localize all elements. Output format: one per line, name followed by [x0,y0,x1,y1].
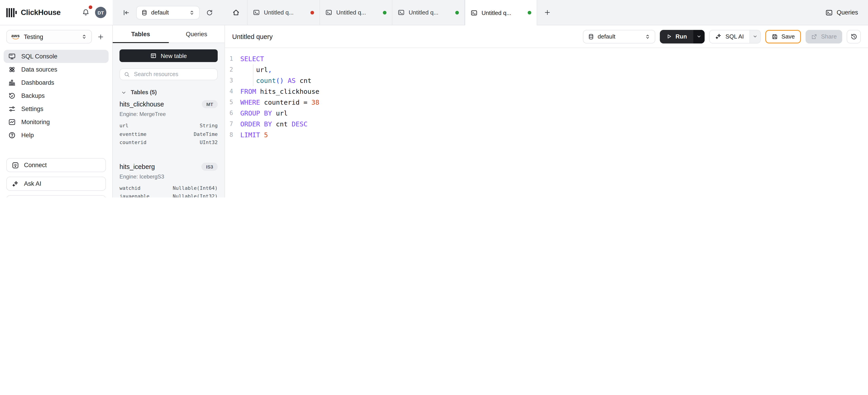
query-database-selector[interactable]: default [583,30,655,43]
terminal-icon [825,9,833,16]
sql-ai-button[interactable]: SQL AI [709,30,761,43]
code-line: 7ORDER BY cnt DESC [225,119,868,130]
query-tab[interactable]: Untitled q... [248,0,320,25]
query-database-value: default [598,33,615,40]
terminal-icon [253,9,260,16]
notifications-bell-icon[interactable] [80,7,91,18]
sidebar-item-help[interactable]: Help [4,129,108,142]
engine-badge: IS3 [202,162,218,171]
query-tab-label: Untitled q... [336,9,379,16]
aws-logo-icon: aws [11,33,20,40]
query-tab[interactable]: Untitled q... [392,0,465,25]
save-label: Save [781,33,795,40]
share-button[interactable]: Share [806,30,842,43]
search-icon [124,72,130,77]
database-selector[interactable]: default [136,6,199,19]
panel-tab-queries[interactable]: Queries [168,25,224,43]
sidebar-item-dashboards[interactable]: Dashboards [4,76,108,89]
table-columns: watchidNullable(Int64)javaenableNullable… [120,184,218,198]
sidebar-item-monitoring[interactable]: Monitoring [4,115,108,129]
column-row: urlString [120,122,218,130]
resource-search-input[interactable] [133,70,213,78]
line-number: 2 [225,64,240,75]
save-icon [771,33,778,40]
sql-editor[interactable]: 1SELECT2 url,3 count() AS cnt4FROM hits_… [225,48,868,198]
query-title[interactable]: Untitled query [232,33,578,40]
sidebar-item-label: Help [21,132,34,139]
clickhouse-logo-icon [6,8,17,17]
chevron-down-icon [752,34,757,39]
sql-ai-label: SQL AI [725,33,744,40]
panel-controls: default [113,0,225,25]
sidebar-item-data-sources[interactable]: Data sources [4,63,108,76]
clickhouse-logo[interactable]: ClickHouse [6,8,61,17]
user-avatar[interactable]: DT [95,7,106,18]
line-number: 3 [225,75,240,86]
workspace-selector[interactable]: aws Testing [6,30,92,44]
terminal-icon [471,9,477,16]
sparkles-icon [12,180,19,187]
new-table-button[interactable]: New table [120,49,218,62]
share-label: Share [821,33,837,40]
backups-icon [8,92,16,100]
sparkles-icon [715,33,722,40]
sidebar: aws Testing SQL ConsoleData sourcesDashb… [0,25,113,198]
sql-ai-caret[interactable] [749,30,760,43]
database-icon [141,9,148,16]
updown-chevron-icon [645,34,650,39]
sidebar-nav: SQL ConsoleData sourcesDashboardsBackups… [0,50,112,142]
table-name[interactable]: hits_clickhouse [120,101,202,108]
query-workarea: Untitled query default Run [225,25,868,198]
run-button[interactable]: Run [660,30,705,43]
run-options-caret[interactable] [693,30,705,43]
notification-dot [89,5,92,9]
run-label: Run [676,33,687,40]
home-button[interactable] [225,0,248,25]
sidebar-item-settings[interactable]: Settings [4,102,108,115]
code-line: 1SELECT [225,53,868,64]
table-item[interactable]: hits_clickhouseMTEngine: MergeTreeurlStr… [120,100,218,147]
connect-button[interactable]: Connect [6,158,106,172]
query-tab-label: Untitled q... [264,9,306,16]
workspace-name: Testing [24,33,43,40]
resources-panel: Tables Queries New table Tables (5) hits… [113,25,225,198]
queries-button[interactable]: Queries [815,0,868,25]
column-row: eventtimeDateTime [120,130,218,139]
resource-search [120,68,218,80]
chevron-down-icon [121,90,126,95]
ask-ai-button[interactable]: Ask AI [6,177,106,191]
updown-chevron-icon [189,10,195,15]
top-bar: ClickHouse DT default [0,0,868,25]
resources-panel-body: New table Tables (5) hits_clickhouseMTEn… [113,43,224,198]
tab-status-dot [455,11,459,14]
database-icon [588,33,594,40]
code-line: 4FROM hits_clickhouse [225,86,868,97]
add-service-button[interactable] [95,31,106,42]
query-tab[interactable]: Untitled q... [465,0,537,25]
line-number: 8 [225,130,240,140]
table-item[interactable]: hits_icebergIS3Engine: IcebergS3watchidN… [120,162,218,198]
play-icon [666,33,672,39]
home-icon [232,9,240,16]
query-tab[interactable]: Untitled q... [320,0,392,25]
tables-group-header[interactable]: Tables (5) [121,89,218,95]
sidebar-item-sql-console[interactable]: SQL Console [4,50,108,63]
code-lines: 1SELECT2 url,3 count() AS cnt4FROM hits_… [225,53,868,140]
new-tab-button[interactable] [537,0,557,25]
panel-tab-tables[interactable]: Tables [113,25,168,43]
collapse-panel-icon[interactable] [121,7,132,18]
brand-name: ClickHouse [21,8,61,17]
query-history-button[interactable] [847,30,861,43]
query-tab-label: Untitled q... [482,9,524,16]
table-name[interactable]: hits_iceberg [120,163,202,170]
code-line: 2 url, [225,64,868,75]
sidebar-item-backups[interactable]: Backups [4,89,108,102]
new-table-label: New table [161,52,187,59]
updown-chevron-icon [82,34,87,39]
help-icon [8,131,16,139]
brand-area: ClickHouse DT [0,0,113,25]
console-icon [8,53,16,60]
refresh-icon[interactable] [204,7,215,18]
save-button[interactable]: Save [765,30,801,43]
clickstack-button[interactable]: ClickStack Beta [6,195,106,198]
